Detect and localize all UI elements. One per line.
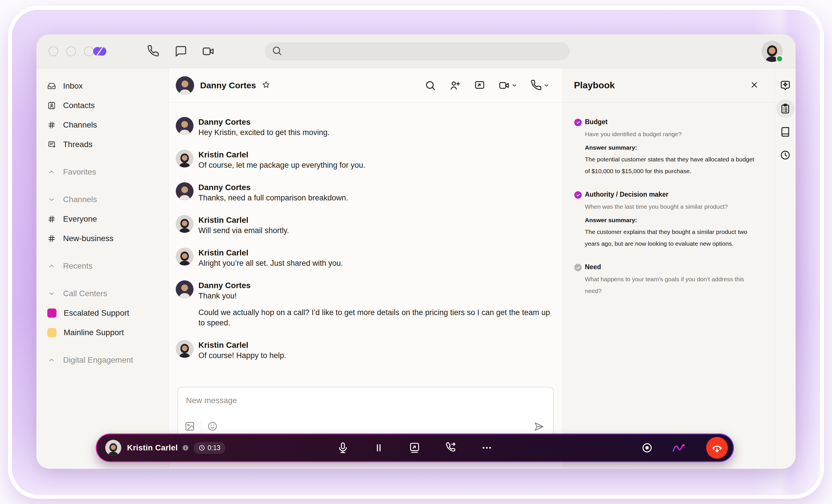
window-controls[interactable] bbox=[48, 34, 94, 68]
hash-icon bbox=[47, 215, 56, 223]
sidebar-section-label: Favorites bbox=[63, 167, 96, 177]
search-conversation-icon[interactable] bbox=[424, 80, 436, 91]
call-duration: 0:13 bbox=[208, 444, 220, 452]
user-avatar[interactable] bbox=[761, 41, 783, 62]
sidebar-section-recents[interactable]: Recents bbox=[36, 256, 168, 276]
ai-assistant-icon[interactable] bbox=[780, 80, 791, 91]
playbook-question: When was the last time you bought a simi… bbox=[585, 201, 757, 212]
messages-nav-icon[interactable] bbox=[174, 45, 187, 58]
sidebar-section-call-centers[interactable]: Call Centers bbox=[36, 284, 168, 303]
chevron-down-icon bbox=[511, 82, 518, 88]
contact-avatar bbox=[176, 76, 194, 95]
sidebar-item-label: Contacts bbox=[63, 101, 95, 110]
message-author: Danny Cortes bbox=[199, 281, 551, 291]
window-minimize-button[interactable] bbox=[66, 47, 76, 56]
sidebar-section-label: Digital Engagement bbox=[63, 355, 133, 365]
sidebar-item-label: Mainline Support bbox=[63, 328, 124, 337]
sidebar-item-contacts[interactable]: Contacts bbox=[36, 96, 168, 115]
message-text: Of course! Happy to help. bbox=[199, 350, 286, 361]
sidebar-item-threads[interactable]: Threads bbox=[36, 135, 168, 154]
start-video-call-button[interactable] bbox=[499, 80, 518, 91]
playbook-sections: Budget Have you identified a budget rang… bbox=[563, 103, 774, 297]
favorite-star-icon[interactable] bbox=[262, 81, 270, 90]
notes-icon[interactable] bbox=[780, 126, 791, 138]
message-avatar bbox=[176, 215, 193, 233]
message-input[interactable]: New message bbox=[186, 396, 553, 405]
sidebar-section-channels[interactable]: Channels bbox=[36, 190, 168, 209]
inbox-icon bbox=[47, 82, 56, 90]
sidebar-item-new-business[interactable]: New-business bbox=[36, 229, 168, 248]
transfer-call-icon[interactable] bbox=[445, 442, 457, 454]
message-author: Danny Cortes bbox=[199, 117, 330, 127]
playbook-section-title: Budget bbox=[585, 117, 757, 127]
message-author: Kristin Carlel bbox=[199, 215, 289, 226]
message-text: Hey Kristin, excited to get this moving. bbox=[199, 127, 330, 138]
sidebar-item-label: Everyone bbox=[63, 214, 97, 223]
sidebar-section-favorites[interactable]: Favorites bbox=[36, 162, 168, 182]
call-participant-avatar bbox=[105, 440, 121, 456]
search-icon bbox=[271, 45, 282, 57]
playbook-section-authority: Authority / Decision maker When was the … bbox=[574, 189, 760, 249]
close-icon[interactable] bbox=[750, 80, 759, 90]
share-screen-icon[interactable] bbox=[474, 80, 485, 91]
message-avatar bbox=[176, 117, 193, 135]
send-message-icon[interactable] bbox=[533, 421, 545, 434]
sidebar: Inbox Contacts Channels Threads Favorite… bbox=[36, 68, 168, 469]
dialpad-ai-logo-icon[interactable] bbox=[672, 442, 687, 453]
check-pending-icon bbox=[574, 264, 582, 271]
record-call-icon[interactable] bbox=[641, 442, 653, 454]
call-info-icon[interactable] bbox=[182, 444, 189, 452]
call-participant-name: Kristin Carlel bbox=[127, 443, 178, 452]
call-bar-right bbox=[641, 437, 728, 459]
playbook-header: Playbook bbox=[563, 68, 774, 103]
mute-microphone-icon[interactable] bbox=[337, 442, 349, 454]
message: Danny Cortes Thank you! Could we actuall… bbox=[176, 281, 554, 328]
message: Kristin Carlel Of course! Happy to help. bbox=[176, 340, 554, 361]
message: Kristin Carlel Alright you’re all set. J… bbox=[176, 248, 554, 268]
hold-call-icon[interactable] bbox=[373, 442, 385, 454]
playbook-section-title: Need bbox=[585, 262, 757, 272]
attach-image-icon[interactable] bbox=[184, 421, 195, 433]
check-complete-icon bbox=[574, 191, 582, 199]
window-close-button[interactable] bbox=[48, 47, 58, 56]
share-screen-icon[interactable] bbox=[409, 442, 421, 454]
playbook-tab-icon[interactable] bbox=[780, 103, 791, 114]
chat-contact-name: Danny Cortes bbox=[200, 81, 256, 90]
composer-toolbar bbox=[184, 421, 218, 433]
message-text: Thanks, need a full comparison breakdown… bbox=[199, 193, 348, 203]
sidebar-item-mainline-support[interactable]: Mainline Support bbox=[36, 323, 168, 342]
message-avatar bbox=[176, 281, 193, 298]
sidebar-item-inbox[interactable]: Inbox bbox=[36, 76, 168, 96]
start-call-button[interactable] bbox=[531, 80, 550, 91]
sidebar-item-label: Channels bbox=[63, 121, 97, 130]
playbook-title: Playbook bbox=[574, 80, 615, 90]
message-list[interactable]: Danny Cortes Hey Kristin, excited to get… bbox=[169, 103, 563, 387]
top-nav bbox=[147, 34, 215, 68]
sidebar-section-digital-engagement[interactable]: Digital Engagement bbox=[36, 350, 168, 370]
more-options-icon[interactable] bbox=[481, 442, 493, 454]
add-person-icon[interactable] bbox=[449, 80, 461, 91]
chevron-down-icon bbox=[48, 196, 55, 203]
message-avatar bbox=[176, 150, 193, 167]
chevron-up-icon bbox=[48, 356, 55, 364]
history-icon[interactable] bbox=[780, 149, 791, 161]
clock-icon bbox=[199, 444, 205, 451]
global-search-input[interactable] bbox=[265, 43, 569, 60]
calls-nav-icon[interactable] bbox=[147, 45, 160, 58]
sidebar-item-label: Threads bbox=[63, 140, 93, 149]
message: Danny Cortes Thanks, need a full compari… bbox=[176, 182, 554, 203]
end-call-button[interactable] bbox=[706, 437, 728, 459]
playbook-answer: The customer explains that they bought a… bbox=[585, 226, 757, 249]
sidebar-item-everyone[interactable]: Everyone bbox=[36, 209, 168, 229]
playbook-section-need: Need What happens to your team’s goals i… bbox=[574, 262, 760, 297]
call-timer: 0:13 bbox=[194, 442, 225, 454]
hash-icon bbox=[47, 121, 56, 129]
meetings-nav-icon[interactable] bbox=[202, 45, 215, 58]
sidebar-item-channels[interactable]: Channels bbox=[36, 115, 168, 135]
sidebar-section-label: Call Centers bbox=[63, 289, 107, 298]
sidebar-item-escalated-support[interactable]: Escalated Support bbox=[36, 303, 168, 323]
emoji-icon[interactable] bbox=[207, 421, 218, 433]
online-status-dot bbox=[776, 55, 783, 62]
chevron-up-icon bbox=[48, 262, 55, 270]
app-window: Inbox Contacts Channels Threads Favorite… bbox=[36, 34, 796, 469]
